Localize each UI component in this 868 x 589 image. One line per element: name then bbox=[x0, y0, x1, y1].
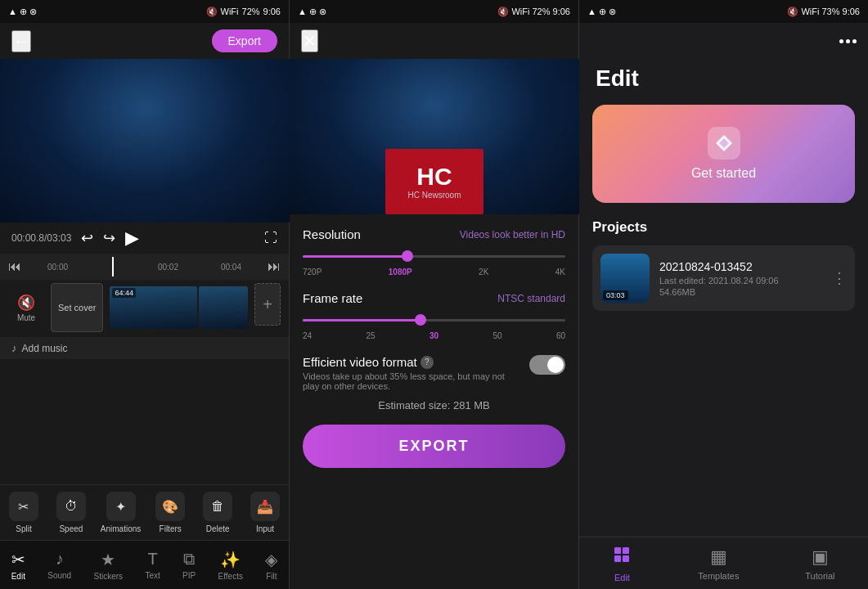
p3-nav-edit[interactable]: Edit bbox=[612, 545, 632, 582]
tool-split-label: Split bbox=[16, 524, 31, 533]
tool-input[interactable]: 📥 Input bbox=[247, 492, 283, 533]
status-bar-2: ▲ ⊕ ⊗ 🔇 WiFi 72% 9:06 bbox=[290, 0, 578, 23]
tool-speed[interactable]: ⏱ Speed bbox=[53, 492, 89, 533]
tool-delete[interactable]: 🗑 Delete bbox=[200, 492, 236, 533]
status-signal-3: ▲ ⊕ ⊗ bbox=[587, 7, 616, 17]
project-menu-button[interactable]: ⋮ bbox=[832, 269, 847, 287]
timeline-cursor bbox=[112, 257, 114, 277]
effects-nav-icon: ✨ bbox=[220, 550, 241, 569]
resolution-header: Resolution Videos look better in HD bbox=[303, 227, 565, 241]
fps-25: 25 bbox=[366, 331, 375, 340]
pip-nav-icon: ⧉ bbox=[183, 550, 195, 569]
timeline-markers: 00:00 00:02 00:04 bbox=[26, 257, 263, 277]
nav-filt[interactable]: ◈ Filt bbox=[265, 550, 277, 581]
status-battery-1: 72% bbox=[242, 7, 260, 16]
effects-nav-label: Effects bbox=[218, 572, 243, 581]
project-thumbnail: 03:03 bbox=[600, 254, 650, 303]
get-started-icon bbox=[708, 127, 740, 160]
timeline-prev[interactable]: ⏮ bbox=[8, 259, 21, 274]
resolution-slider[interactable] bbox=[303, 248, 565, 264]
hc-logo-big: HC bbox=[416, 164, 452, 189]
nav-sound[interactable]: ♪ Sound bbox=[47, 550, 71, 580]
status-signal-1: ▲ ⊕ ⊗ bbox=[8, 7, 37, 17]
clip-thumb: 64:44 bbox=[110, 286, 197, 329]
project-card[interactable]: 03:03 20210824-013452 Last edited: 2021.… bbox=[592, 245, 855, 311]
help-icon[interactable]: ? bbox=[421, 356, 434, 369]
tool-split[interactable]: ✂ Split bbox=[6, 492, 42, 533]
timeline-next[interactable]: ⏭ bbox=[268, 259, 281, 274]
get-started-card[interactable]: Get started bbox=[592, 105, 855, 203]
nav-effects[interactable]: ✨ Effects bbox=[218, 550, 243, 581]
edit-nav-icon: ✂ bbox=[11, 550, 25, 569]
status-battery-2: 72% bbox=[532, 7, 550, 16]
framerate-slider[interactable] bbox=[303, 312, 565, 328]
tool-animations-label: Animations bbox=[101, 524, 141, 533]
status-bar-1: ▲ ⊕ ⊗ 🔇 WiFi 72% 9:06 bbox=[0, 0, 289, 23]
nav-text[interactable]: T Text bbox=[145, 550, 160, 580]
sound-nav-icon: ♪ bbox=[56, 550, 64, 569]
text-nav-icon: T bbox=[147, 550, 157, 569]
export-button[interactable]: Export bbox=[212, 29, 277, 52]
p3-edit-icon bbox=[612, 545, 632, 569]
add-clip-button[interactable]: + bbox=[254, 283, 281, 326]
panel2-topbar: ✕ bbox=[290, 23, 578, 59]
back-button[interactable]: ← bbox=[11, 30, 31, 52]
efficient-toggle[interactable] bbox=[529, 355, 565, 375]
marker-2: 00:04 bbox=[221, 263, 241, 272]
hc-watermark: HC HC Newsroom bbox=[385, 149, 483, 214]
fps-30: 30 bbox=[430, 331, 438, 340]
status-time-2: 9:06 bbox=[553, 7, 570, 16]
p3-tutorial-icon: ▣ bbox=[812, 546, 829, 568]
status-wifi-3: WiFi bbox=[801, 7, 819, 16]
fullscreen-button[interactable]: ⛶ bbox=[264, 231, 277, 245]
export-big-button[interactable]: EXPORT bbox=[303, 425, 565, 468]
svg-marker-1 bbox=[146, 133, 155, 149]
p3-tutorial-label: Tutorial bbox=[805, 571, 834, 581]
set-cover-button[interactable]: Set cover bbox=[51, 283, 103, 332]
diamond-icon bbox=[714, 133, 734, 153]
res-4k: 4K bbox=[555, 268, 565, 277]
svg-rect-6 bbox=[614, 555, 621, 562]
efficient-title: Efficient video format bbox=[303, 355, 417, 369]
three-dots-menu[interactable] bbox=[839, 39, 857, 43]
tool-animations[interactable]: ✦ Animations bbox=[101, 492, 141, 533]
p3-nav-templates[interactable]: ▦ Templates bbox=[698, 546, 739, 581]
time-display: 00:00.8/03:03 bbox=[11, 232, 71, 244]
clip-duration: 64:44 bbox=[112, 288, 136, 298]
clips-strip: 64:44 bbox=[110, 283, 248, 332]
mute-label: Mute bbox=[17, 313, 35, 322]
redo-button[interactable]: ↪ bbox=[103, 229, 115, 247]
tool-filters-label: Filters bbox=[160, 524, 182, 533]
undo-button[interactable]: ↩ bbox=[81, 229, 93, 247]
video-preview-2: HC HC Newsroom bbox=[290, 59, 579, 214]
fps-50: 50 bbox=[492, 331, 501, 340]
close-button[interactable]: ✕ bbox=[301, 29, 318, 52]
nav-stickers[interactable]: ★ Stickers bbox=[94, 550, 124, 581]
tool-input-label: Input bbox=[256, 524, 274, 533]
toggle-knob bbox=[547, 357, 564, 373]
resolution-labels: 720P 1080P 2K 4K bbox=[303, 268, 565, 277]
pip-nav-label: PIP bbox=[182, 571, 196, 580]
stickers-nav-label: Stickers bbox=[94, 572, 124, 581]
p3-nav-tutorial[interactable]: ▣ Tutorial bbox=[805, 546, 834, 581]
projects-section: Projects 03:03 20210824-013452 Last edit… bbox=[579, 219, 868, 537]
tool-filters[interactable]: 🎨 Filters bbox=[152, 492, 188, 533]
input-icon: 📥 bbox=[250, 492, 280, 521]
projects-title: Projects bbox=[592, 219, 855, 236]
status-battery-3: 73% bbox=[821, 7, 839, 16]
framerate-thumb bbox=[415, 314, 426, 326]
res-720: 720P bbox=[303, 268, 322, 277]
tools-row: ✂ Split ⏱ Speed ✦ Animations 🎨 Filters 🗑… bbox=[0, 484, 289, 540]
status-wifi-1: WiFi bbox=[221, 7, 239, 16]
add-music-label[interactable]: Add music bbox=[22, 343, 68, 354]
project-edited: Last edited: 2021.08.24 09:06 bbox=[659, 276, 822, 286]
play-button[interactable]: ▶ bbox=[125, 227, 139, 249]
nav-edit[interactable]: ✂ Edit bbox=[11, 550, 25, 581]
edit-nav-label: Edit bbox=[11, 572, 25, 581]
res-1080: 1080P bbox=[389, 268, 412, 277]
nav-pip[interactable]: ⧉ PIP bbox=[182, 550, 196, 580]
hc-logo-small: HC Newsroom bbox=[407, 191, 461, 200]
filters-icon: 🎨 bbox=[155, 492, 185, 521]
animations-icon: ✦ bbox=[106, 492, 136, 521]
efficient-info: Efficient video format ? Videos take up … bbox=[303, 355, 519, 391]
